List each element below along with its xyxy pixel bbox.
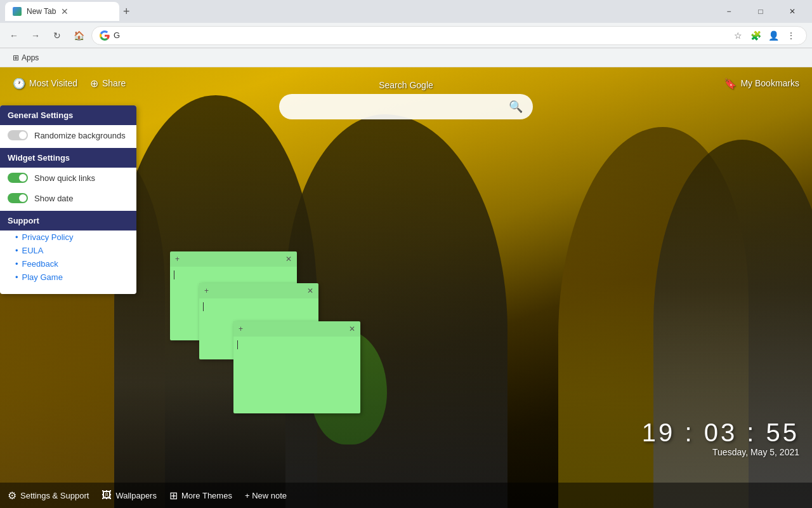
note-3-body[interactable]	[233, 337, 360, 387]
eula-link[interactable]: •EULA	[0, 244, 136, 257]
minimize-button[interactable]: −	[714, 2, 743, 21]
share-label: Share	[102, 78, 126, 88]
feedback-link[interactable]: •Feedback	[0, 257, 136, 271]
new-note-button[interactable]: + New note	[245, 491, 287, 500]
general-settings-header: General Settings	[0, 105, 136, 125]
profile-icon[interactable]: 👤	[766, 28, 781, 43]
address-bar-row: ← → ↻ 🏠 ☆ 🧩 👤 ⋮	[0, 23, 812, 48]
new-note-label: + New note	[245, 491, 287, 500]
apps-label: Apps	[22, 53, 39, 62]
bottom-toolbar: ⚙ Settings & Support 🖼 Wallpapers ⊞ More…	[0, 483, 812, 508]
reload-button[interactable]: ↻	[48, 27, 66, 44]
forward-button[interactable]: →	[27, 27, 44, 44]
note-3-cursor	[237, 340, 238, 349]
settings-support-label: Settings & Support	[20, 491, 89, 500]
title-bar: New Tab ✕ + − □ ✕	[0, 0, 812, 23]
my-bookmarks-label: My Bookmarks	[740, 78, 799, 88]
close-button[interactable]: ✕	[778, 2, 807, 21]
note-2-header: + ✕	[199, 283, 318, 298]
support-header: Support	[0, 211, 136, 231]
note-3-header: + ✕	[233, 321, 360, 337]
note-1-header: + ✕	[170, 251, 297, 267]
note-1-cursor	[174, 271, 174, 279]
back-button[interactable]: ←	[5, 27, 23, 44]
show-date-toggle[interactable]	[8, 193, 28, 203]
note-2-add-button[interactable]: +	[203, 286, 210, 296]
address-bar[interactable]: ☆ 🧩 👤 ⋮	[91, 26, 807, 45]
show-quick-links-label: Show quick links	[34, 173, 95, 183]
tab-close-button[interactable]: ✕	[61, 6, 69, 17]
google-logo-icon	[100, 30, 110, 41]
play-game-link[interactable]: •Play Game	[0, 271, 136, 284]
privacy-policy-link[interactable]: •Privacy Policy	[0, 231, 136, 244]
sticky-note-3: + ✕	[233, 321, 360, 413]
clock-date: Tuesday, May 5, 2021	[642, 447, 799, 457]
themes-icon: ⊞	[169, 490, 178, 502]
note-3-add-button[interactable]: +	[237, 324, 244, 334]
tab-favicon	[13, 7, 22, 16]
my-bookmarks-link[interactable]: 🔖 My Bookmarks	[724, 77, 799, 90]
clock-time: 19 : 03 : 55	[642, 418, 799, 447]
note-2-cursor	[203, 302, 204, 311]
most-visited-label: Most Visited	[29, 78, 77, 88]
search-label: Search Gogle	[379, 80, 433, 90]
search-box: 🔍	[279, 94, 533, 119]
extensions-icon[interactable]: 🧩	[748, 28, 763, 43]
share-icon: ⊕	[90, 77, 98, 90]
widget-settings-header: Widget Settings	[0, 148, 136, 168]
settings-icon: ⚙	[8, 490, 16, 502]
randomize-backgrounds-label: Randomize backgrounds	[34, 131, 126, 140]
more-themes-label: More Themes	[181, 491, 232, 500]
search-container: Search Gogle 🔍	[279, 80, 533, 119]
address-bar-icons: ☆ 🧩 👤 ⋮	[730, 28, 799, 43]
search-button[interactable]: 🔍	[509, 100, 523, 114]
window-controls: − □ ✕	[714, 2, 807, 21]
share-link[interactable]: ⊕ Share	[90, 77, 126, 90]
page-nav-right: 🔖 My Bookmarks	[724, 77, 799, 90]
maximize-button[interactable]: □	[746, 2, 775, 21]
bookmark-nav-icon: 🔖	[724, 77, 737, 90]
show-quick-links-row: Show quick links	[0, 168, 136, 188]
show-quick-links-toggle[interactable]	[8, 173, 28, 183]
settings-support-button[interactable]: ⚙ Settings & Support	[8, 490, 89, 502]
main-content: 🎮 A M ✉ 🕐 Most Visited ⊕ Share 🔖 My	[0, 67, 812, 508]
randomize-backgrounds-row: Randomize backgrounds	[0, 125, 136, 145]
search-input[interactable]	[289, 102, 504, 112]
menu-icon[interactable]: ⋮	[783, 28, 799, 43]
browser-chrome: New Tab ✕ + − □ ✕ ← → ↻ 🏠 ☆ 🧩 👤 ⋮ ⊞	[0, 0, 812, 67]
show-date-row: Show date	[0, 188, 136, 208]
note-2-close-button[interactable]: ✕	[306, 286, 315, 296]
home-button[interactable]: 🏠	[70, 27, 88, 44]
new-tab-button[interactable]: +	[119, 5, 134, 18]
note-1-add-button[interactable]: +	[174, 254, 181, 264]
clock-widget: 19 : 03 : 55 Tuesday, May 5, 2021	[642, 418, 799, 457]
address-input[interactable]	[114, 30, 726, 40]
bookmarks-bar: ⊞ Apps	[0, 48, 812, 67]
wallpapers-icon: 🖼	[102, 490, 112, 501]
wallpapers-label: Wallpapers	[115, 491, 157, 500]
wallpapers-button[interactable]: 🖼 Wallpapers	[102, 490, 157, 501]
show-date-label: Show date	[34, 194, 73, 203]
apps-bookmark[interactable]: ⊞ Apps	[8, 52, 44, 64]
tab-title: New Tab	[27, 7, 56, 16]
note-3-close-button[interactable]: ✕	[348, 324, 357, 334]
note-1-close-button[interactable]: ✕	[284, 254, 293, 264]
settings-panel: General Settings Randomize backgrounds W…	[0, 105, 136, 294]
more-themes-button[interactable]: ⊞ More Themes	[169, 490, 232, 502]
active-tab[interactable]: New Tab ✕	[5, 2, 119, 21]
randomize-backgrounds-toggle[interactable]	[8, 130, 28, 140]
apps-grid-icon: ⊞	[13, 53, 19, 62]
bookmark-icon[interactable]: ☆	[730, 28, 745, 43]
